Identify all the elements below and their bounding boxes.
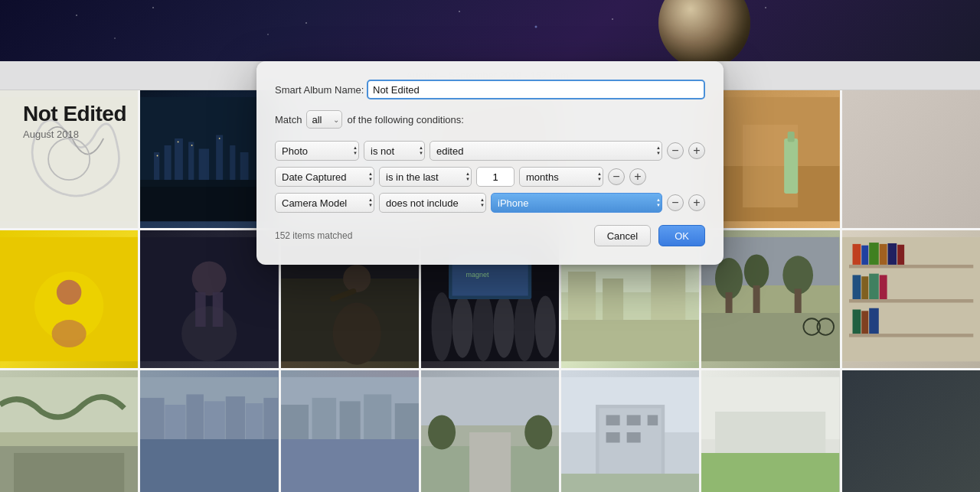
cancel-button[interactable]: Cancel [594,225,651,246]
operator-select-3[interactable]: includes does not include is is not star… [379,193,486,213]
add-condition-3-button[interactable]: + [688,194,705,211]
match-select-wrapper[interactable]: all any [306,110,342,129]
condition-row-2: Date Captured Date Modified Date Added ▲… [275,167,705,187]
value-select-wrapper-1[interactable]: edited favorited hidden in album ▲ ▼ [430,141,662,161]
dialog-footer: 152 items matched Cancel OK [275,225,705,246]
field-select-wrapper-1[interactable]: Photo Video Screenshot ▲ ▼ [275,141,359,161]
field-select-wrapper-2[interactable]: Date Captured Date Modified Date Added ▲… [275,167,374,187]
name-label: Smart Album Name: [275,84,367,96]
field-select-1[interactable]: Photo Video Screenshot [275,141,359,161]
name-row: Smart Album Name: [275,80,705,99]
match-select[interactable]: all any [306,110,342,129]
unit-select-2[interactable]: days weeks months years [519,167,603,187]
field-select-wrapper-3[interactable]: Camera Model Camera Make Lens ▲ ▼ [275,193,374,213]
add-condition-2-button[interactable]: + [629,168,646,185]
condition-row-3: Camera Model Camera Make Lens ▲ ▼ includ… [275,193,705,213]
conditions-label: of the following conditions: [347,114,463,125]
remove-condition-1-button[interactable]: − [667,142,684,159]
field-select-3[interactable]: Camera Model Camera Make Lens [275,193,374,213]
match-row: Match all any of the following condition… [275,110,705,129]
value-select-wrapper-3[interactable]: iPhone ▲ ▼ [491,193,662,213]
field-select-2[interactable]: Date Captured Date Modified Date Added [275,167,374,187]
dialog-overlay: Smart Album Name: Match all any of the f… [0,0,980,492]
remove-condition-3-button[interactable]: − [667,194,684,211]
operator-select-2[interactable]: is in the last is not in the last is bef… [379,167,472,187]
value-select-3[interactable]: iPhone [491,193,662,213]
match-label: Match [275,114,302,125]
number-input-2[interactable] [476,167,514,187]
add-condition-1-button[interactable]: + [688,142,705,159]
unit-select-wrapper-2[interactable]: days weeks months years ▲ ▼ [519,167,603,187]
ok-button[interactable]: OK [658,225,705,246]
operator-select-wrapper-2[interactable]: is in the last is not in the last is bef… [379,167,472,187]
items-matched: 152 items matched [275,230,352,241]
remove-condition-2-button[interactable]: − [608,168,625,185]
condition-row-1: Photo Video Screenshot ▲ ▼ is is not ▲ ▼ [275,141,705,161]
footer-buttons: Cancel OK [594,225,705,246]
smart-album-dialog: Smart Album Name: Match all any of the f… [256,61,724,265]
value-select-1[interactable]: edited favorited hidden in album [430,141,662,161]
operator-select-wrapper-3[interactable]: includes does not include is is not star… [379,193,486,213]
operator-select-1[interactable]: is is not [364,141,425,161]
album-name-input[interactable] [367,80,705,99]
operator-select-wrapper-1[interactable]: is is not ▲ ▼ [364,141,425,161]
